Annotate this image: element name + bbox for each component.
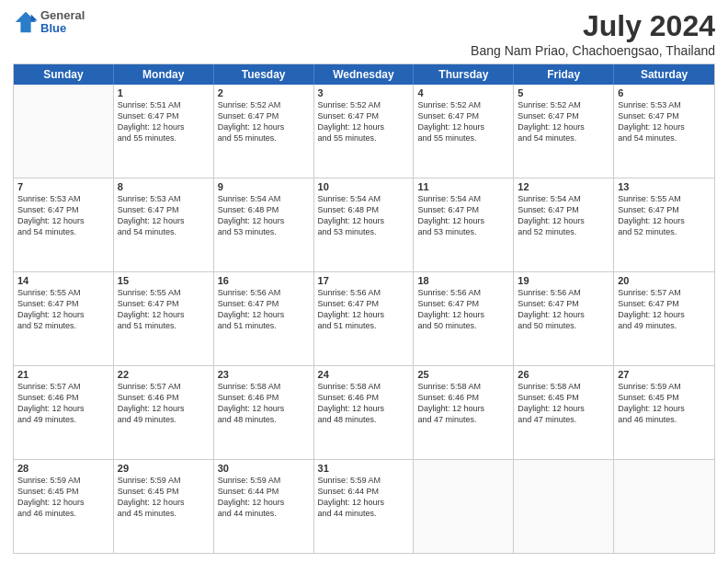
header-day-sunday: Sunday [14, 64, 114, 85]
calendar-cell: 3Sunrise: 5:52 AMSunset: 6:47 PMDaylight… [314, 85, 415, 178]
calendar-cell: 2Sunrise: 5:52 AMSunset: 6:47 PMDaylight… [214, 85, 314, 178]
logo-general: General [40, 9, 85, 22]
calendar-cell: 26Sunrise: 5:58 AMSunset: 6:45 PMDayligh… [514, 366, 614, 459]
calendar-row-1: 1Sunrise: 5:51 AMSunset: 6:47 PMDaylight… [14, 85, 714, 178]
cell-info: Sunrise: 5:59 AMSunset: 6:44 PMDaylight:… [318, 475, 410, 520]
day-number: 5 [518, 87, 609, 98]
day-number: 4 [417, 87, 509, 98]
day-number: 22 [118, 369, 210, 380]
day-number: 16 [218, 275, 310, 286]
calendar-cell: 18Sunrise: 5:56 AMSunset: 6:47 PMDayligh… [414, 272, 514, 365]
calendar-cell: 16Sunrise: 5:56 AMSunset: 6:47 PMDayligh… [214, 272, 314, 365]
cell-info: Sunrise: 5:58 AMSunset: 6:46 PMDaylight:… [318, 381, 410, 426]
svg-marker-0 [16, 12, 36, 32]
title-block: July 2024 Bang Nam Priao, Chachoengsao, … [471, 9, 715, 58]
calendar-header: SundayMondayTuesdayWednesdayThursdayFrid… [14, 64, 714, 85]
calendar-cell: 13Sunrise: 5:55 AMSunset: 6:47 PMDayligh… [614, 178, 714, 271]
calendar-cell: 1Sunrise: 5:51 AMSunset: 6:47 PMDaylight… [114, 85, 214, 178]
calendar-cell: 7Sunrise: 5:53 AMSunset: 6:47 PMDaylight… [14, 178, 114, 271]
header-day-wednesday: Wednesday [314, 64, 415, 85]
calendar-cell: 22Sunrise: 5:57 AMSunset: 6:46 PMDayligh… [114, 366, 214, 459]
calendar-cell: 12Sunrise: 5:54 AMSunset: 6:47 PMDayligh… [514, 178, 614, 271]
header: General Blue July 2024 Bang Nam Priao, C… [13, 9, 715, 58]
day-number: 11 [417, 181, 509, 192]
day-number: 26 [518, 369, 609, 380]
calendar-row-3: 14Sunrise: 5:55 AMSunset: 6:47 PMDayligh… [14, 272, 714, 366]
day-number: 23 [218, 369, 310, 380]
day-number: 25 [417, 369, 509, 380]
cell-info: Sunrise: 5:54 AMSunset: 6:47 PMDaylight:… [518, 193, 609, 238]
svg-marker-1 [31, 15, 38, 21]
cell-info: Sunrise: 5:58 AMSunset: 6:45 PMDaylight:… [518, 381, 609, 426]
calendar-cell: 11Sunrise: 5:54 AMSunset: 6:47 PMDayligh… [414, 178, 514, 271]
calendar-cell: 21Sunrise: 5:57 AMSunset: 6:46 PMDayligh… [14, 366, 114, 459]
cell-info: Sunrise: 5:56 AMSunset: 6:47 PMDaylight:… [518, 287, 609, 332]
calendar-cell: 23Sunrise: 5:58 AMSunset: 6:46 PMDayligh… [214, 366, 314, 459]
day-number: 30 [218, 463, 310, 474]
header-day-monday: Monday [114, 64, 214, 85]
calendar: SundayMondayTuesdayWednesdayThursdayFrid… [13, 63, 715, 554]
cell-info: Sunrise: 5:51 AMSunset: 6:47 PMDaylight:… [118, 99, 210, 144]
day-number: 19 [518, 275, 609, 286]
calendar-cell: 30Sunrise: 5:59 AMSunset: 6:44 PMDayligh… [214, 460, 314, 553]
day-number: 3 [318, 87, 410, 98]
day-number: 12 [518, 181, 609, 192]
header-day-saturday: Saturday [614, 64, 714, 85]
calendar-cell: 27Sunrise: 5:59 AMSunset: 6:45 PMDayligh… [614, 366, 714, 459]
day-number: 8 [118, 181, 210, 192]
calendar-row-2: 7Sunrise: 5:53 AMSunset: 6:47 PMDaylight… [14, 178, 714, 272]
calendar-cell: 4Sunrise: 5:52 AMSunset: 6:47 PMDaylight… [414, 85, 514, 178]
cell-info: Sunrise: 5:59 AMSunset: 6:45 PMDaylight:… [17, 475, 109, 520]
calendar-cell: 8Sunrise: 5:53 AMSunset: 6:47 PMDaylight… [114, 178, 214, 271]
day-number: 29 [118, 463, 210, 474]
cell-info: Sunrise: 5:52 AMSunset: 6:47 PMDaylight:… [518, 99, 609, 144]
calendar-cell: 19Sunrise: 5:56 AMSunset: 6:47 PMDayligh… [514, 272, 614, 365]
cell-info: Sunrise: 5:59 AMSunset: 6:45 PMDaylight:… [618, 381, 711, 426]
logo-icon [13, 9, 39, 35]
cell-info: Sunrise: 5:57 AMSunset: 6:46 PMDaylight:… [17, 381, 109, 426]
calendar-cell: 25Sunrise: 5:58 AMSunset: 6:46 PMDayligh… [414, 366, 514, 459]
cell-info: Sunrise: 5:52 AMSunset: 6:47 PMDaylight:… [218, 99, 310, 144]
calendar-cell [614, 460, 714, 553]
cell-info: Sunrise: 5:59 AMSunset: 6:45 PMDaylight:… [118, 475, 210, 520]
day-number: 18 [417, 275, 509, 286]
cell-info: Sunrise: 5:52 AMSunset: 6:47 PMDaylight:… [318, 99, 410, 144]
day-number: 17 [318, 275, 410, 286]
calendar-cell: 28Sunrise: 5:59 AMSunset: 6:45 PMDayligh… [14, 460, 114, 553]
cell-info: Sunrise: 5:53 AMSunset: 6:47 PMDaylight:… [17, 193, 109, 238]
cell-info: Sunrise: 5:54 AMSunset: 6:48 PMDaylight:… [218, 193, 310, 238]
calendar-row-5: 28Sunrise: 5:59 AMSunset: 6:45 PMDayligh… [14, 460, 714, 553]
page: General Blue July 2024 Bang Nam Priao, C… [0, 0, 728, 563]
main-title: July 2024 [471, 9, 715, 43]
calendar-cell: 6Sunrise: 5:53 AMSunset: 6:47 PMDaylight… [614, 85, 714, 178]
day-number: 14 [17, 275, 109, 286]
day-number: 9 [218, 181, 310, 192]
cell-info: Sunrise: 5:54 AMSunset: 6:48 PMDaylight:… [318, 193, 410, 238]
day-number: 15 [118, 275, 210, 286]
cell-info: Sunrise: 5:58 AMSunset: 6:46 PMDaylight:… [218, 381, 310, 426]
cell-info: Sunrise: 5:57 AMSunset: 6:46 PMDaylight:… [118, 381, 210, 426]
cell-info: Sunrise: 5:55 AMSunset: 6:47 PMDaylight:… [618, 193, 711, 238]
logo-blue: Blue [40, 22, 85, 35]
day-number: 7 [17, 181, 109, 192]
cell-info: Sunrise: 5:55 AMSunset: 6:47 PMDaylight:… [118, 287, 210, 332]
cell-info: Sunrise: 5:58 AMSunset: 6:46 PMDaylight:… [417, 381, 509, 426]
subtitle: Bang Nam Priao, Chachoengsao, Thailand [471, 43, 715, 58]
cell-info: Sunrise: 5:52 AMSunset: 6:47 PMDaylight:… [417, 99, 509, 144]
logo: General Blue [13, 9, 85, 36]
calendar-cell [14, 85, 114, 178]
calendar-cell: 20Sunrise: 5:57 AMSunset: 6:47 PMDayligh… [614, 272, 714, 365]
cell-info: Sunrise: 5:59 AMSunset: 6:44 PMDaylight:… [218, 475, 310, 520]
calendar-cell: 29Sunrise: 5:59 AMSunset: 6:45 PMDayligh… [114, 460, 214, 553]
day-number: 28 [17, 463, 109, 474]
cell-info: Sunrise: 5:57 AMSunset: 6:47 PMDaylight:… [618, 287, 711, 332]
day-number: 1 [118, 87, 210, 98]
day-number: 31 [318, 463, 410, 474]
calendar-cell: 9Sunrise: 5:54 AMSunset: 6:48 PMDaylight… [214, 178, 314, 271]
calendar-row-4: 21Sunrise: 5:57 AMSunset: 6:46 PMDayligh… [14, 366, 714, 460]
cell-info: Sunrise: 5:54 AMSunset: 6:47 PMDaylight:… [417, 193, 509, 238]
calendar-cell: 15Sunrise: 5:55 AMSunset: 6:47 PMDayligh… [114, 272, 214, 365]
cell-info: Sunrise: 5:56 AMSunset: 6:47 PMDaylight:… [417, 287, 509, 332]
header-day-friday: Friday [514, 64, 614, 85]
logo-text: General Blue [40, 9, 85, 36]
